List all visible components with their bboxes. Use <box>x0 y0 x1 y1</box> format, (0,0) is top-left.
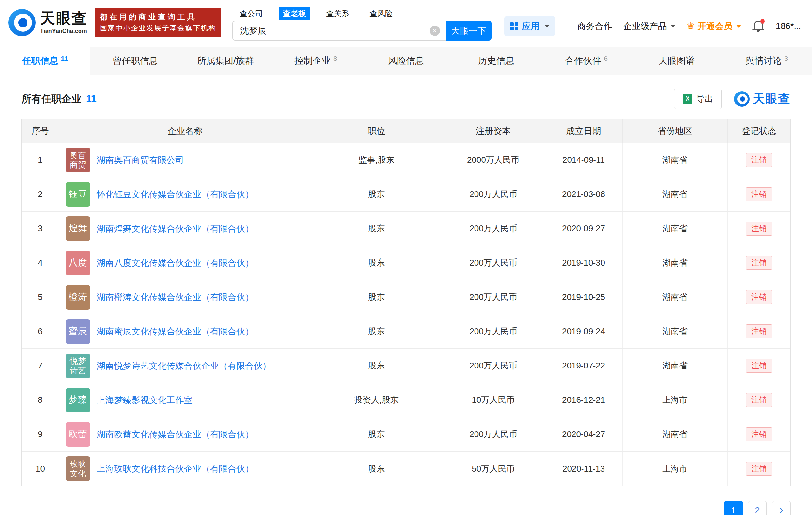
nav-tab-8[interactable]: 舆情讨论3 <box>722 47 812 75</box>
search-input-wrap: × <box>232 21 446 41</box>
chevron-down-icon <box>671 25 675 28</box>
company-name-link[interactable]: 湖南煌舞文化传媒合伙企业（有限合伙） <box>97 223 254 235</box>
search-tab-2[interactable]: 查关系 <box>322 7 353 20</box>
status-cell: 注销 <box>727 452 790 486</box>
nav-tab-label: 任职信息 <box>22 55 58 67</box>
date-cell: 2019-07-22 <box>545 349 622 383</box>
search-tab-0[interactable]: 查公司 <box>236 7 267 20</box>
nav-tab-label: 风险信息 <box>388 55 424 67</box>
company-logo: 玫耿文化 <box>66 457 90 481</box>
nav-tab-0[interactable]: 任职信息11 <box>0 47 90 75</box>
capital-cell: 200万人民币 <box>441 315 545 348</box>
nav-tab-1[interactable]: 曾任职信息 <box>90 47 180 75</box>
table-row: 8梦臻上海梦臻影视文化工作室投资人,股东10万人民币2016-12-21上海市注… <box>22 383 790 417</box>
date-cell: 2020-11-13 <box>545 452 622 486</box>
region-cell: 湖南省 <box>622 280 727 314</box>
page-2[interactable]: 2 <box>748 501 767 515</box>
row-number: 7 <box>22 349 59 383</box>
capital-cell: 200万人民币 <box>441 212 545 246</box>
status-badge: 注销 <box>746 153 772 167</box>
date-cell: 2019-09-24 <box>545 315 622 348</box>
capital-cell: 50万人民币 <box>441 452 545 486</box>
column-header: 序号 <box>22 119 59 143</box>
company-name-link[interactable]: 湖南欧蕾文化传媒合伙企业（有限合伙） <box>97 429 254 440</box>
capital-cell: 200万人民币 <box>441 417 545 451</box>
status-badge: 注销 <box>746 359 772 373</box>
company-logo: 蜜辰 <box>66 319 90 344</box>
company-name-link[interactable]: 湖南奥百商贸有限公司 <box>97 154 184 166</box>
table-row: 2钰豆怀化钰豆文化传媒合伙企业（有限合伙）股东200万人民币2021-03-08… <box>22 177 790 212</box>
nav-tab-5[interactable]: 历史信息 <box>451 47 542 75</box>
company-logo: 悦梦诗艺 <box>66 354 90 378</box>
row-number: 8 <box>22 383 59 417</box>
company-cell: 欧蕾湖南欧蕾文化传媒合伙企业（有限合伙） <box>59 417 311 451</box>
status-cell: 注销 <box>727 383 790 417</box>
region-cell: 湖南省 <box>622 417 727 451</box>
enterprise-products-link[interactable]: 企业级产品 <box>623 20 675 32</box>
nav-tab-2[interactable]: 所属集团/族群 <box>180 47 270 75</box>
region-cell: 湖南省 <box>622 177 727 211</box>
company-name-link[interactable]: 怀化钰豆文化传媒合伙企业（有限合伙） <box>97 189 254 200</box>
company-name-link[interactable]: 湖南悦梦诗艺文化传媒合伙企业（有限合伙） <box>97 360 271 372</box>
section-header: 所有任职企业 11 X 导出 天眼查 <box>21 89 791 109</box>
row-number: 2 <box>22 177 59 211</box>
nav-tab-count: 6 <box>604 55 608 62</box>
table-row: 5橙涛湖南橙涛文化传媒合伙企业（有限合伙）股东200万人民币2019-10-25… <box>22 280 790 315</box>
company-name-link[interactable]: 上海梦臻影视文化工作室 <box>97 394 193 406</box>
watermark-text: 天眼查 <box>753 91 791 107</box>
column-header: 职位 <box>311 119 441 143</box>
date-cell: 2016-12-21 <box>545 383 622 417</box>
page-1[interactable]: 1 <box>724 501 743 515</box>
nav-tab-4[interactable]: 风险信息 <box>361 47 451 75</box>
status-cell: 注销 <box>727 212 790 246</box>
company-logo: 钰豆 <box>66 182 90 207</box>
nav-tab-label: 曾任职信息 <box>113 55 158 67</box>
company-logo-text: 商贸 <box>70 160 86 169</box>
region-cell: 上海市 <box>622 452 727 486</box>
company-name-link[interactable]: 上海玫耿文化科技合伙企业（有限合伙） <box>97 463 254 475</box>
notifications-bell-icon[interactable] <box>752 19 765 33</box>
company-logo-text: 煌舞 <box>68 223 87 234</box>
column-header: 登记状态 <box>727 119 790 143</box>
chevron-down-icon <box>545 25 549 28</box>
tianyancha-logo[interactable]: 天眼查 TianYanCha.com <box>8 9 88 36</box>
company-name-link[interactable]: 湖南橙涛文化传媒合伙企业（有限合伙） <box>97 292 254 303</box>
company-name-link[interactable]: 湖南蜜辰文化传媒合伙企业（有限合伙） <box>97 326 254 337</box>
status-cell: 注销 <box>727 177 790 211</box>
clear-search-icon[interactable]: × <box>430 26 440 36</box>
tianyancha-eye-icon <box>734 91 750 107</box>
next-page-button[interactable]: › <box>772 501 791 515</box>
nav-tab-7[interactable]: 天眼图谱 <box>632 47 722 75</box>
brand-domain: TianYanCha.com <box>40 28 88 35</box>
vip-upgrade-button[interactable]: ♛ 开通会员 <box>686 20 741 32</box>
status-cell: 注销 <box>727 246 790 280</box>
search-tab-3[interactable]: 查风险 <box>366 7 397 20</box>
apps-menu-button[interactable]: 应用 <box>504 16 555 36</box>
company-logo-text: 文化 <box>70 469 86 478</box>
capital-cell: 2000万人民币 <box>441 143 545 177</box>
column-header: 成立日期 <box>545 119 622 143</box>
header-right: 应用 商务合作 企业级产品 ♛ 开通会员 186*... <box>504 16 801 36</box>
nav-tab-3[interactable]: 控制企业8 <box>270 47 361 75</box>
column-header: 省份地区 <box>622 119 727 143</box>
user-account[interactable]: 186*... <box>776 21 801 31</box>
search-button[interactable]: 天眼一下 <box>446 21 492 41</box>
company-name-link[interactable]: 湖南八度文化传媒合伙企业（有限合伙） <box>97 257 254 269</box>
status-cell: 注销 <box>727 280 790 314</box>
table-header-row: 序号企业名称职位注册资本成立日期省份地区登记状态 <box>22 119 790 143</box>
table-row: 3煌舞湖南煌舞文化传媒合伙企业（有限合伙）股东200万人民币2020-09-27… <box>22 212 790 246</box>
search-tab-1[interactable]: 查老板 <box>279 7 310 20</box>
business-cooperation-link[interactable]: 商务合作 <box>577 20 612 32</box>
row-number: 9 <box>22 417 59 451</box>
page-nav-tabs: 任职信息11曾任职信息所属集团/族群控制企业8风险信息历史信息合作伙伴6天眼图谱… <box>0 47 812 75</box>
nav-tab-label: 历史信息 <box>478 55 514 67</box>
region-cell: 湖南省 <box>622 143 727 177</box>
company-logo-text: 钰豆 <box>68 189 87 199</box>
nav-tab-6[interactable]: 合作伙伴6 <box>542 47 632 75</box>
row-number: 4 <box>22 246 59 280</box>
search-input[interactable] <box>232 21 446 41</box>
position-cell: 股东 <box>311 177 441 211</box>
export-button[interactable]: X 导出 <box>674 89 722 109</box>
company-cell: 橙涛湖南橙涛文化传媒合伙企业（有限合伙） <box>59 280 311 314</box>
region-cell: 上海市 <box>622 383 727 417</box>
